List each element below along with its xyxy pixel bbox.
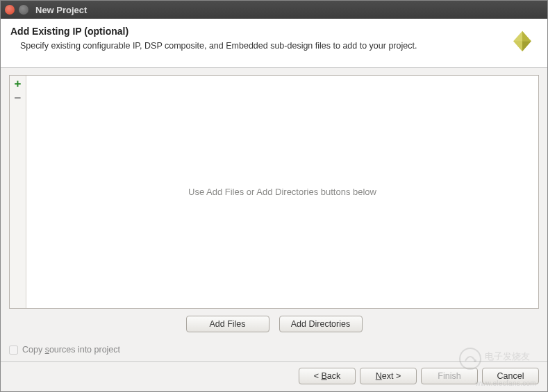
remove-icon[interactable]: − bbox=[15, 92, 22, 104]
svg-marker-1 bbox=[522, 31, 531, 42]
minimize-icon[interactable] bbox=[19, 5, 28, 15]
content-area: + − Use Add Files or Add Directories but… bbox=[1, 68, 547, 342]
window-title: New Project bbox=[35, 5, 87, 15]
side-toolbar: + − bbox=[10, 76, 26, 308]
file-list-container: + − Use Add Files or Add Directories but… bbox=[9, 75, 539, 309]
page-title: Add Existing IP (optional) bbox=[10, 26, 499, 37]
add-files-button[interactable]: Add Files bbox=[186, 316, 269, 332]
titlebar: New Project bbox=[1, 1, 547, 19]
options-area: Copy sources into project bbox=[1, 342, 547, 361]
wizard-header: Add Existing IP (optional) Specify exist… bbox=[1, 19, 547, 68]
add-icon[interactable]: + bbox=[15, 78, 22, 90]
header-text-block: Add Existing IP (optional) Specify exist… bbox=[10, 26, 499, 52]
cancel-button[interactable]: Cancel bbox=[482, 368, 539, 384]
add-directories-button[interactable]: Add Directories bbox=[279, 316, 363, 332]
vivado-logo-icon bbox=[507, 28, 538, 59]
page-description: Specify existing configurable IP, DSP co… bbox=[20, 40, 499, 52]
file-list[interactable]: Use Add Files or Add Directories buttons… bbox=[26, 76, 538, 308]
svg-marker-3 bbox=[513, 41, 522, 51]
close-icon[interactable] bbox=[5, 5, 15, 15]
copy-sources-checkbox[interactable]: Copy sources into project bbox=[9, 345, 539, 355]
next-button[interactable]: Next > bbox=[360, 368, 417, 384]
finish-button: Finish bbox=[421, 368, 478, 384]
copy-sources-input[interactable] bbox=[9, 346, 18, 355]
back-button[interactable]: < Back bbox=[299, 368, 356, 384]
dialog-window: New Project Add Existing IP (optional) S… bbox=[0, 0, 548, 392]
wizard-footer: < Back Next > Finish Cancel 电子发烧友 www.el… bbox=[1, 361, 547, 391]
empty-placeholder: Use Add Files or Add Directories buttons… bbox=[188, 187, 376, 197]
svg-marker-2 bbox=[522, 41, 531, 51]
copy-sources-label: Copy sources into project bbox=[22, 345, 120, 355]
add-buttons-row: Add Files Add Directories bbox=[9, 309, 539, 338]
